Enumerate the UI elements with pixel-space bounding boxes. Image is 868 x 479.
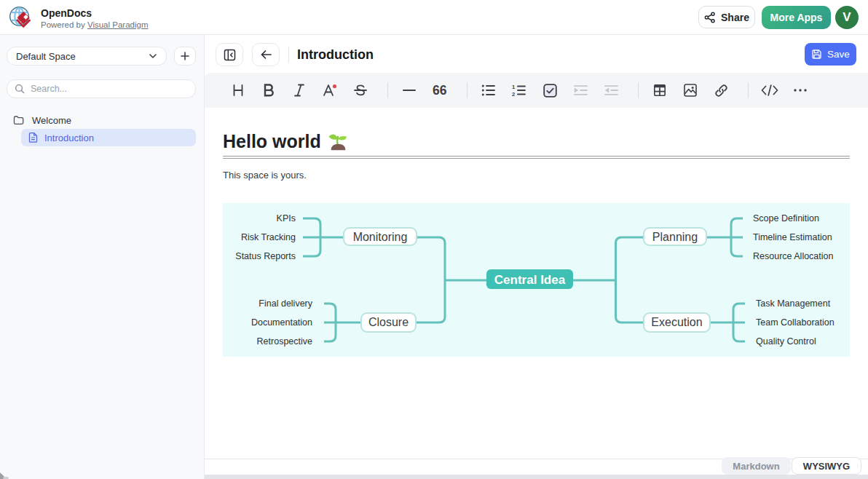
svg-text:2: 2 <box>512 91 515 97</box>
svg-text:Risk Tracking: Risk Tracking <box>241 232 296 242</box>
svg-text:Scope Definition: Scope Definition <box>753 213 819 223</box>
svg-text:Status Reports: Status Reports <box>235 251 296 261</box>
svg-text:Quality Control: Quality Control <box>756 336 816 347</box>
svg-text:Team Collaboration: Team Collaboration <box>756 317 835 328</box>
svg-text:Resource Allocation: Resource Allocation <box>753 251 834 261</box>
svg-text:Planning: Planning <box>652 231 698 243</box>
svg-text:Closure: Closure <box>368 316 409 328</box>
svg-text:Task Management: Task Management <box>756 298 831 309</box>
svg-text:66: 66 <box>433 85 447 95</box>
svg-text:Final delivery: Final delivery <box>259 298 312 309</box>
svg-text:KPIs: KPIs <box>277 213 296 223</box>
svg-text:Timeline Estimation: Timeline Estimation <box>753 232 832 242</box>
svg-text:Central Idea: Central Idea <box>494 273 566 287</box>
svg-text:1: 1 <box>512 84 515 90</box>
svg-text:Monitoring: Monitoring <box>353 231 408 243</box>
svg-text:Documentation: Documentation <box>251 317 312 328</box>
svg-text:Retrospective: Retrospective <box>257 336 312 347</box>
svg-text:Execution: Execution <box>651 316 702 328</box>
